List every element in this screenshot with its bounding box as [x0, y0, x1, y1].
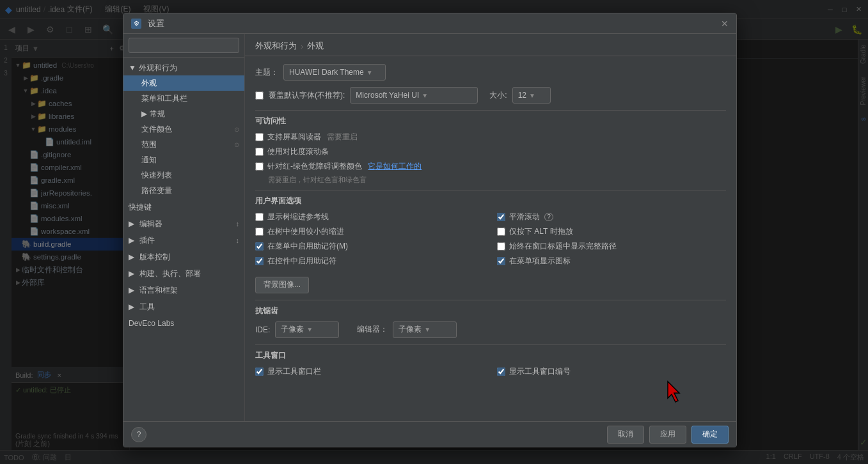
- show-toolbar-checkbox[interactable]: [255, 367, 264, 376]
- ui-col2: 平滑滚动 ? 仅按下 ALT 时拖放 始终在窗口标题中显示完整路径: [497, 212, 726, 270]
- nav-group-keymap-header[interactable]: 快捷键: [123, 199, 244, 215]
- ide-aa-dropdown[interactable]: 子像素 ▼: [275, 321, 339, 338]
- font-override-checkbox[interactable]: [255, 91, 264, 100]
- ok-button[interactable]: 确定: [691, 426, 729, 444]
- color-blind-link[interactable]: 它是如何工作的: [368, 162, 422, 171]
- cancel-button[interactable]: 取消: [607, 426, 644, 444]
- menu-mnemonic-checkbox[interactable]: [255, 242, 264, 251]
- nav-group-plugins-header[interactable]: ▶ 插件 ↕: [123, 233, 244, 248]
- nav-group-lang-header[interactable]: ▶ 语言和框架: [123, 282, 244, 298]
- breadcrumb-current: 外观: [307, 40, 324, 52]
- editor-aa-value: 子像素: [398, 324, 422, 335]
- font-value: Microsoft YaHei UI: [356, 91, 419, 100]
- smooth-scroll-row: 平滑滚动 ?: [497, 212, 726, 222]
- color-blind-row: 针对红-绿色觉障碍调整颜色 它是如何工作的: [255, 161, 726, 172]
- font-override-row: 覆盖默认字体(不推荐): Microsoft YaHei UI ▼ 大小: 12…: [255, 87, 726, 104]
- color-blind-checkbox[interactable]: [255, 162, 264, 171]
- settings-search-input[interactable]: [129, 38, 239, 53]
- tree-indent-row: 显示树缩进参考线: [255, 212, 484, 222]
- contrast-scrollbar-row: 使用对比度滚动条: [255, 146, 726, 157]
- dialog-title-bar: ⚙ 设置 ✕: [123, 13, 736, 34]
- nav-group-plugins: ▶ 插件 ↕: [123, 233, 244, 248]
- contrast-scrollbar-checkbox[interactable]: [255, 148, 264, 156]
- font-override-label: 覆盖默认字体(不推荐):: [269, 90, 345, 101]
- font-dropdown-arrow: ▼: [422, 92, 428, 99]
- color-blind-hint: 需要重启，针对红色盲和绿色盲: [268, 175, 726, 185]
- show-numbers-checkbox[interactable]: [497, 367, 505, 376]
- nav-item-general[interactable]: ▶常规: [123, 106, 244, 121]
- smooth-scroll-checkbox[interactable]: [497, 213, 505, 221]
- alt-drag-checkbox[interactable]: [497, 228, 505, 236]
- nav-item-quicklists[interactable]: 快速列表: [123, 167, 244, 183]
- small-indent-label: 在树中使用较小的缩进: [267, 226, 344, 237]
- theme-dropdown[interactable]: HUAWEI Dark Theme ▼: [283, 64, 386, 81]
- nav-item-file-colors[interactable]: 文件颜色 ⊙: [123, 121, 244, 137]
- ui-col1: 显示树缩进参考线 在树中使用较小的缩进 在菜单中启用助记符(M): [255, 212, 484, 270]
- help-button[interactable]: ?: [131, 427, 146, 442]
- control-mnemonic-checkbox[interactable]: [255, 257, 264, 265]
- nav-group-vcs-header[interactable]: ▶ 版本控制: [123, 249, 244, 265]
- nav-item-scope[interactable]: 范围 ⊙: [123, 137, 244, 152]
- dialog-icon: ⚙: [131, 19, 141, 29]
- menu-mnemonic-row: 在菜单中启用助记符(M): [255, 241, 484, 252]
- nav-item-appearance[interactable]: 外观: [123, 75, 244, 91]
- tree-indent-checkbox[interactable]: [255, 213, 264, 221]
- color-blind-label: 针对红-绿色觉障碍调整颜色 它是如何工作的: [267, 161, 422, 172]
- full-path-row: 始终在窗口标题中显示完整路径: [497, 241, 726, 252]
- nav-group-build-header[interactable]: ▶ 构建、执行、部署: [123, 266, 244, 281]
- nav-group-tools: ▶ 工具: [123, 299, 244, 314]
- menu-mnemonic-label: 在菜单中启用助记符(M): [267, 241, 348, 252]
- tool-windows-title: 工具窗口: [255, 350, 726, 361]
- antialiasing-row: IDE: 子像素 ▼ 编辑器： 子像素 ▼: [255, 321, 726, 338]
- menu-icons-label: 在菜单项显示图标: [509, 256, 571, 267]
- settings-nav-panel: ▼ 外观和行为 外观 菜单和工具栏 ▶常规 文件颜色 ⊙: [123, 34, 245, 421]
- editor-aa-dropdown[interactable]: 子像素 ▼: [393, 321, 457, 338]
- background-btn-row: 背景图像...: [255, 277, 726, 293]
- editor-aa-label: 编辑器：: [357, 324, 388, 335]
- apply-button[interactable]: 应用: [649, 426, 686, 444]
- dialog-footer: ? 取消 应用 确定: [123, 421, 736, 447]
- nav-item-deveco-labs[interactable]: DevEco Labs: [123, 316, 244, 331]
- nav-item-pathvars[interactable]: 路径变量: [123, 183, 244, 198]
- control-mnemonic-row: 在控件中启用助记符: [255, 256, 484, 267]
- dialog-close-button[interactable]: ✕: [721, 19, 729, 29]
- divider-4: [255, 344, 726, 345]
- control-mnemonic-label: 在控件中启用助记符: [267, 256, 336, 267]
- smooth-scroll-help-icon[interactable]: ?: [544, 213, 553, 221]
- breadcrumb-parent[interactable]: 外观和行为: [255, 40, 297, 52]
- theme-label: 主题：: [255, 67, 278, 78]
- nav-group-appearance-header[interactable]: ▼ 外观和行为: [123, 60, 244, 75]
- menu-icons-checkbox[interactable]: [497, 257, 505, 265]
- ui-options-title: 用户界面选项: [255, 196, 726, 206]
- breadcrumb: 外观和行为 › 外观: [255, 40, 726, 52]
- nav-item-notifications[interactable]: 通知: [123, 152, 244, 167]
- ide-aa-value: 子像素: [281, 324, 304, 335]
- small-indent-row: 在树中使用较小的缩进: [255, 226, 484, 237]
- nav-group-vcs: ▶ 版本控制: [123, 249, 244, 265]
- divider-3: [255, 300, 726, 300]
- theme-dropdown-arrow: ▼: [367, 69, 373, 76]
- nav-group-arrow-appearance: ▼: [129, 63, 136, 72]
- nav-group-tools-header[interactable]: ▶ 工具: [123, 299, 244, 314]
- nav-item-menus-toolbars[interactable]: 菜单和工具栏: [123, 91, 244, 106]
- screen-reader-checkbox[interactable]: [255, 133, 264, 141]
- theme-value: HUAWEI Dark Theme: [289, 68, 364, 77]
- ide-aa-label: IDE:: [255, 325, 270, 334]
- font-dropdown[interactable]: Microsoft YaHei UI ▼: [350, 87, 478, 104]
- settings-search-area: [123, 34, 244, 58]
- font-size-dropdown[interactable]: 12 ▼: [512, 87, 551, 104]
- contrast-scrollbar-label: 使用对比度滚动条: [267, 146, 329, 157]
- nav-group-editor-header[interactable]: ▶ 编辑器 ↕: [123, 216, 244, 231]
- full-path-label: 始终在窗口标题中显示完整路径: [509, 241, 617, 252]
- full-path-checkbox[interactable]: [497, 242, 505, 251]
- nav-group-editor: ▶ 编辑器 ↕: [123, 216, 244, 231]
- tree-indent-label: 显示树缩进参考线: [267, 212, 329, 222]
- divider-2: [255, 190, 726, 190]
- theme-row: 主题： HUAWEI Dark Theme ▼: [255, 64, 726, 81]
- dialog-overlay: ⚙ 设置 ✕ ▼ 外观和行为 外观: [0, 0, 868, 464]
- font-size-dropdown-arrow: ▼: [529, 92, 535, 99]
- small-indent-checkbox[interactable]: [255, 228, 264, 236]
- show-toolbar-label: 显示工具窗口栏: [267, 366, 321, 377]
- background-image-button[interactable]: 背景图像...: [255, 277, 309, 293]
- smooth-scroll-label: 平滑滚动 ?: [509, 212, 553, 222]
